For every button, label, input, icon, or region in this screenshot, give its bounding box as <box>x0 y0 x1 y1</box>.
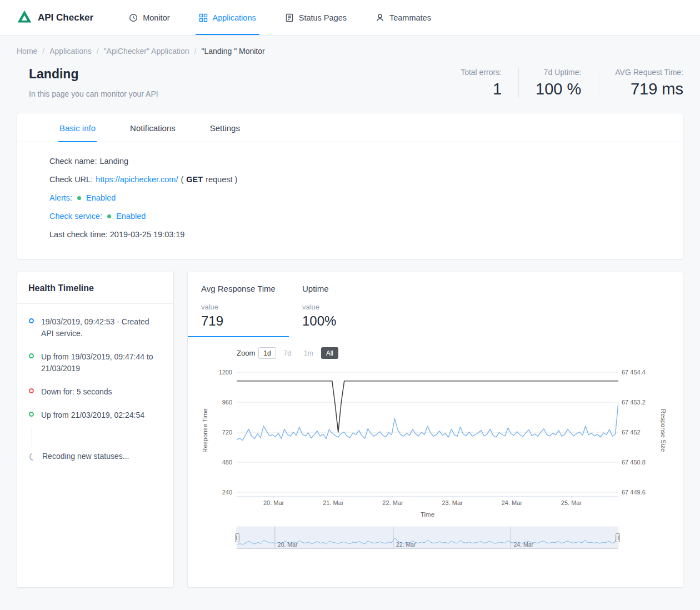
breadcrumb-current: "Landing " Monitor <box>201 47 264 56</box>
alerts-status[interactable]: Enabled <box>86 193 116 202</box>
check-service-row: Check service: Enabled <box>49 212 651 221</box>
health-timeline-card: Health Timeline 19/03/2019, 09:42:53 - C… <box>17 272 174 588</box>
axis-tick-label: 67 450.8 <box>622 459 646 466</box>
nav-item-monitor[interactable]: Monitor <box>129 0 169 35</box>
axis-tick-label: 1200 <box>219 369 232 376</box>
chart-navigator[interactable]: 20. Mar22. Mar24. Mar <box>237 527 618 549</box>
tab-basic-info[interactable]: Basic info <box>58 113 97 142</box>
timeline-dot-green-icon <box>29 353 34 358</box>
breadcrumb-home[interactable]: Home <box>17 47 37 56</box>
nav-item-status-pages[interactable]: Status Pages <box>285 0 347 35</box>
monitor-info-card: Basic info Notifications Settings Check … <box>17 113 683 259</box>
timeline-pending-text: Recoding new statuses... <box>42 452 129 461</box>
axis-tick-label: 23. Mar <box>442 499 462 506</box>
navigator-date-label: 24. Mar <box>514 541 534 548</box>
nav-label: Teammates <box>389 13 431 22</box>
timeline-item: 19/03/2019, 09:42:53 - Created API servi… <box>29 316 163 339</box>
navigator-date-label: 20. Mar <box>278 541 298 548</box>
timeline-text: Down for: 5 seconds <box>41 386 112 398</box>
stat-uptime: 7d Uptime: 100 % <box>518 68 598 98</box>
check-name-value: Landing <box>99 157 128 166</box>
navigator-date-label: 22. Mar <box>396 541 416 548</box>
stat-label: Total errors: <box>461 68 502 77</box>
axis-tick-label: 24. Mar <box>502 499 522 506</box>
axis-tick-label: 21. Mar <box>323 499 343 506</box>
x-axis-title: Time <box>237 511 618 518</box>
breadcrumb-application[interactable]: "ApiChecker" Application <box>104 47 189 56</box>
metric-title: Avg Response Time <box>201 284 276 293</box>
breadcrumb-separator: / <box>97 47 99 56</box>
timeline-text: Up from 19/03/2019, 09:47:44 to 21/03/20… <box>41 351 163 374</box>
breadcrumb: Home / Applications / "ApiChecker" Appli… <box>17 47 683 56</box>
nav-item-applications[interactable]: Applications <box>199 0 256 35</box>
check-service-status[interactable]: Enabled <box>116 212 146 221</box>
zoom-label: Zoom <box>237 349 255 357</box>
breadcrumb-applications[interactable]: Applications <box>49 47 92 56</box>
status-dot-icon <box>107 214 111 218</box>
loading-arc-icon <box>29 453 36 461</box>
last-check-time: Last check time: 2019-03-25 19:03:19 <box>49 230 184 239</box>
stat-value: 100 % <box>536 80 581 98</box>
axis-tick-label: 240 <box>222 489 232 496</box>
app-logo-icon <box>17 9 32 27</box>
check-url-label: Check URL: <box>49 175 93 184</box>
top-navbar: API Checker Monitor Applications <box>0 0 700 36</box>
stat-value: 719 ms <box>615 80 683 98</box>
zoom-button-all[interactable]: All <box>321 347 338 359</box>
alerts-label[interactable]: Alerts: <box>49 193 72 202</box>
axis-tick-label: 20. Mar <box>263 499 284 506</box>
last-check-row: Last check time: 2019-03-25 19:03:19 <box>49 230 651 239</box>
zoom-button-1d[interactable]: 1d <box>258 347 276 359</box>
metric-value: 719 <box>201 313 276 329</box>
tab-notifications[interactable]: Notifications <box>129 113 177 142</box>
nav-label: Status Pages <box>299 13 347 22</box>
breadcrumb-separator: / <box>42 47 44 56</box>
check-service-label[interactable]: Check service: <box>49 212 102 221</box>
url-method: GET <box>186 175 203 184</box>
check-name-row: Check name: Landing <box>49 157 651 166</box>
metric-tabs: Avg Response Time value 719 Uptime value… <box>188 272 683 337</box>
tab-settings[interactable]: Settings <box>209 113 241 142</box>
url-paren-open: ( <box>181 175 183 184</box>
main-nav: Monitor Applications Status Pages <box>129 0 431 35</box>
timeline-item: Up from 21/03/2019, 02:24:54 <box>29 409 163 421</box>
metric-tab-avg-response-time[interactable]: Avg Response Time value 719 <box>188 272 289 337</box>
app-title: API Checker <box>38 12 93 23</box>
stat-total-errors: Total errors: 1 <box>444 68 518 98</box>
axis-tick-label: 67 452 <box>622 429 641 436</box>
timeline-text: Up from 21/03/2019, 02:24:54 <box>41 409 144 421</box>
status-dot-icon <box>77 196 81 200</box>
stat-value: 1 <box>461 80 502 98</box>
zoom-controls: Zoom 1d 7d 1m All <box>237 347 671 359</box>
timeline-item: Up from 19/03/2019, 09:47:44 to 21/03/20… <box>29 351 163 374</box>
stat-label: AVG Request Time: <box>615 68 683 77</box>
page-title: Landing <box>29 67 158 82</box>
app-brand[interactable]: API Checker <box>17 9 93 27</box>
navigator-handle-left[interactable] <box>235 533 239 542</box>
metric-title: Uptime <box>302 284 336 293</box>
metric-value-label: value <box>201 303 276 311</box>
timeline-item: Down for: 5 seconds <box>29 386 163 398</box>
axis-tick-label: 720 <box>222 429 232 436</box>
timeline-pending-item: Recoding new statuses... <box>29 452 163 461</box>
zoom-button-7d[interactable]: 7d <box>279 347 296 359</box>
metric-tab-uptime[interactable]: Uptime value 100% <box>289 272 349 337</box>
timeline-title: Health Timeline <box>17 272 173 304</box>
status-page-icon <box>285 13 294 22</box>
axis-tick-label: 67 449.6 <box>622 489 646 496</box>
zoom-button-1m[interactable]: 1m <box>299 347 318 359</box>
person-icon <box>376 13 384 22</box>
navigator-handle-right[interactable] <box>616 533 620 542</box>
axis-tick-label: 960 <box>222 399 232 406</box>
nav-item-teammates[interactable]: Teammates <box>376 0 431 35</box>
chart-plot-area[interactable] <box>237 363 618 498</box>
axis-tick-label: 67 454.4 <box>622 369 646 376</box>
axis-tick-label: 22. Mar <box>382 499 403 506</box>
y-axis-title-left: Response Time <box>200 363 210 498</box>
timeline-connector <box>32 428 32 448</box>
timeline-dot-blue-icon <box>29 318 34 323</box>
axis-tick-label: 67 453.2 <box>622 399 646 406</box>
check-url-link[interactable]: https://apichecker.com/ <box>96 175 178 184</box>
check-name-label: Check name: <box>49 157 97 166</box>
timeline-dot-green-icon <box>29 412 34 417</box>
